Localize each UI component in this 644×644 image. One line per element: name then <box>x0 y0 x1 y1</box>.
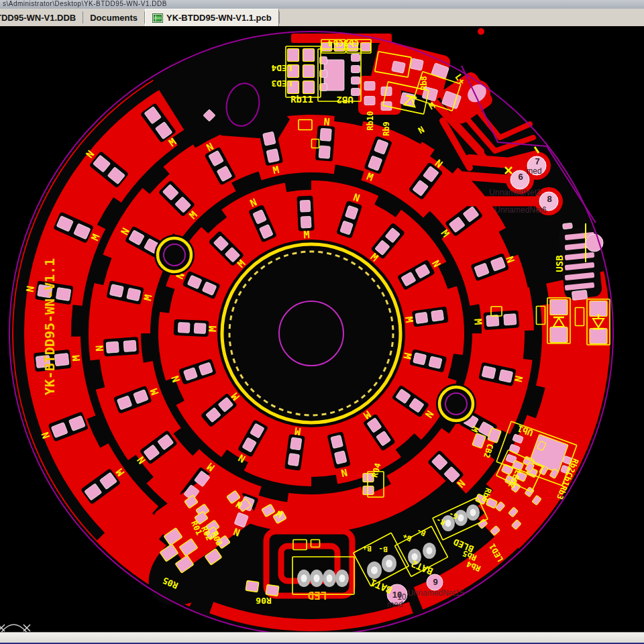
component-pad <box>178 323 190 333</box>
silk-label: B- <box>378 545 387 553</box>
tab-ddb-label: TDD95-WN-V1.DDB <box>0 13 76 23</box>
component-pad <box>320 128 331 141</box>
pad-number: 7 <box>535 156 539 166</box>
component-pad <box>127 288 141 301</box>
tht-pad-core <box>371 566 378 574</box>
pcb-doc-icon <box>152 13 163 23</box>
silk-label: LED3 <box>271 78 292 89</box>
silk-letter: M <box>70 354 83 362</box>
silk-label: Rb11 <box>290 94 313 105</box>
tht-pad-core <box>327 574 333 582</box>
component-pad <box>352 77 360 85</box>
component-pad <box>123 340 136 352</box>
component-pad <box>392 61 406 73</box>
component-pad <box>303 49 315 62</box>
pad-number: 8 <box>547 194 551 204</box>
tht-pad-core <box>427 547 433 555</box>
component-pad <box>572 290 587 300</box>
silk-letter: M <box>303 229 310 241</box>
component-pad <box>550 327 568 343</box>
component-pad <box>290 437 302 450</box>
component-pad <box>56 288 70 301</box>
component-pad <box>415 312 428 323</box>
tht-pad-core <box>470 509 476 517</box>
tht-pad-core <box>314 574 320 582</box>
component-pad <box>109 284 123 297</box>
net-label: med <box>526 166 541 176</box>
component-pad <box>303 81 315 94</box>
component-pad <box>352 54 360 62</box>
mounting-hole <box>436 384 476 424</box>
component-pad <box>288 453 299 466</box>
window-title: s\Administrator\Desktop\YK-BTDD95-WN-V1.… <box>0 0 644 9</box>
component-pad <box>364 97 375 105</box>
net-label: UnnamedNet6 <box>494 205 547 215</box>
pad-number: 9 <box>433 577 437 587</box>
bottom-scroll-area[interactable] <box>0 632 644 643</box>
component-pad <box>413 353 427 365</box>
tab-documents[interactable]: Documents <box>83 9 144 26</box>
silk-letter: M <box>207 325 219 332</box>
silk-label: Rb10 <box>366 111 375 131</box>
component-pad <box>550 300 568 315</box>
tht-pad-core <box>386 559 392 568</box>
pcb-viewport[interactable]: MNMNMNMNMNMNMNMNMMNMNMNMNMNMNMNMNNMNMNMN… <box>0 26 644 632</box>
tab-active-pcb[interactable]: YK-BTDD95-WN-V1.1.pcb <box>145 9 279 26</box>
component-pad <box>303 65 315 78</box>
component-pad <box>504 314 517 325</box>
component-pad <box>266 584 279 596</box>
silk-label: LED4 <box>271 63 292 73</box>
tab-separator <box>279 11 280 23</box>
tht-pad-core <box>339 574 345 582</box>
component-pad <box>363 486 374 495</box>
net-label: UnnamedNet15 <box>408 588 464 598</box>
component-pad <box>410 58 424 70</box>
component-pad <box>590 329 607 344</box>
tab-active-label: YK-BTDD95-WN-V1.1.pcb <box>166 13 272 23</box>
silk-letter: N <box>323 116 330 129</box>
component-pad <box>361 43 371 52</box>
component-pad <box>194 323 206 334</box>
meander-tooth <box>523 331 535 360</box>
tab-ddb[interactable]: TDD95-WN-V1.DDB <box>0 9 83 26</box>
tht-pad-core <box>301 574 307 582</box>
component-pad <box>499 370 513 382</box>
pad-number: 6 <box>518 172 523 182</box>
mounting-hole <box>154 235 195 275</box>
board-name-silk: YK-BTDD95-WN-V1.1 <box>42 258 58 396</box>
component-pad <box>352 89 360 96</box>
tab-documents-label: Documents <box>90 13 138 23</box>
silk-label: UB2 <box>336 95 353 105</box>
silk-label: R06 <box>256 596 272 606</box>
component-pad <box>486 315 499 326</box>
silk-label: Rb9 <box>382 121 391 136</box>
meander-tooth <box>71 305 83 336</box>
component-pad <box>263 131 276 146</box>
component-pad <box>106 341 119 353</box>
copper-pad-ring <box>478 28 484 35</box>
silk-label: USB <box>554 255 565 272</box>
component-pad <box>288 49 299 62</box>
component-pad <box>266 149 279 163</box>
pcb-canvas[interactable]: MNMNMNMNMNMNMNMNMMNMNMNMNMNMNMNMNNMNMNMN… <box>0 26 644 632</box>
silk-label: LED <box>308 589 327 602</box>
component-pad <box>431 310 444 321</box>
component-pad <box>246 580 259 592</box>
document-tab-bar: TDD95-WN-V1.DDB Documents YK-BTDD95-WN-V… <box>0 9 644 27</box>
app-window: s\Administrator\Desktop\YK-BTDD95-WN-V1.… <box>0 0 644 644</box>
net-label: UnnamedNet2 <box>489 188 541 197</box>
component-pad <box>429 356 442 368</box>
component-pad <box>352 66 360 73</box>
silk-label: B+ <box>362 544 372 553</box>
silk-letter: N <box>93 345 106 352</box>
component-pad <box>482 366 496 378</box>
silk-label: Rb8 <box>419 76 429 91</box>
component-pad <box>563 223 573 229</box>
component-pad <box>319 146 330 158</box>
component-pad <box>301 216 311 228</box>
component-pad <box>300 200 311 212</box>
component-pad <box>364 82 375 91</box>
silk-label: Cb3Cb4 <box>327 38 359 48</box>
pad-number: 10 <box>392 590 402 600</box>
silk-letter: M <box>472 318 484 325</box>
